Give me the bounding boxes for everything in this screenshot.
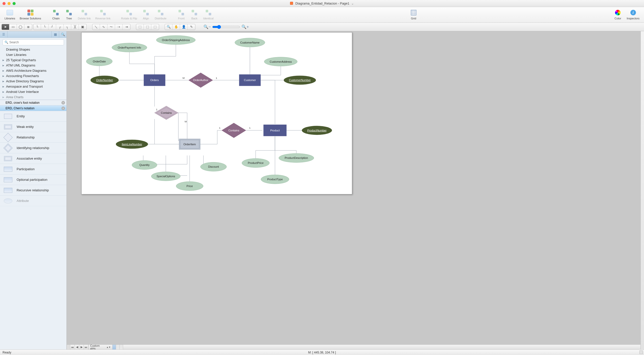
page-tab-3[interactable] <box>120 345 123 350</box>
library-tab-chen[interactable]: ERD, Chen's notation × <box>0 105 66 111</box>
tree-row[interactable]: ▶Android User Interface <box>0 89 66 94</box>
svg-text:M: M <box>185 120 187 123</box>
library-tab-crowsfoot[interactable]: ERD, crow's foot notation × <box>0 100 66 105</box>
shape-relationship[interactable]: Relationship <box>0 132 66 143</box>
right-scroll-strip[interactable] <box>640 31 644 349</box>
grid-button[interactable]: Grid <box>407 8 420 20</box>
svg-text:Contains: Contains <box>161 111 172 114</box>
group-segment: ⬚ ⬚ ⬚ <box>136 24 159 30</box>
shape-weak-entity[interactable]: Weak entity <box>0 122 66 132</box>
title-bar: Diagrama_Entidad_Relacion - Page1 ⌄ <box>0 0 644 7</box>
front-button: Front <box>175 8 188 20</box>
page[interactable]: Orders Customer Product OrderItem OrderA… <box>81 32 352 194</box>
pan-tool[interactable]: ✋ <box>172 24 180 30</box>
rect-tool[interactable]: ▭ <box>9 24 17 30</box>
window-title: Diagrama_Entidad_Relacion - Page1 ⌄ <box>0 2 644 5</box>
line-3[interactable]: ⤳ <box>108 24 115 30</box>
shape-identifying-relationship[interactable]: Identifying relationship <box>0 143 66 153</box>
line-5[interactable]: ⇥ <box>123 24 130 30</box>
prev-page-button[interactable]: ◀ <box>75 345 79 350</box>
page-nav: ⏮ ◀ ▶ ⏭ <box>70 345 88 350</box>
connector-3[interactable]: ┘ <box>49 24 56 30</box>
first-page-button[interactable]: ⏮ <box>70 345 75 350</box>
connector-7[interactable]: ▣ <box>79 24 86 30</box>
connector-6[interactable]: ╳ <box>71 24 79 30</box>
tree-row[interactable]: ▶Aerospace and Transport <box>0 84 66 89</box>
tree-row[interactable]: ▶AWS Architecture Diagrams <box>0 68 66 73</box>
back-button: Back <box>188 8 201 20</box>
shape-associative-entity[interactable]: Associative entity <box>0 153 66 164</box>
tree-row[interactable]: ▶Accounting Flowcharts <box>0 73 66 79</box>
sidebar-search: 🔍 <box>0 38 66 47</box>
chain-button[interactable]: Chain <box>50 8 62 20</box>
zoom-in-icon[interactable]: 🔍+ <box>241 24 249 29</box>
sidebar-search-icon[interactable]: 🔍 <box>59 31 66 38</box>
inspectors-button[interactable]: i Inspectors <box>625 8 641 20</box>
tree-row[interactable]: Drawing Shapes <box>0 47 66 52</box>
libraries-button[interactable]: Libraries <box>3 8 17 20</box>
svg-text:ItemLineNumber: ItemLineNumber <box>122 143 142 146</box>
tree-row[interactable]: User Libraries <box>0 52 66 57</box>
shape-entity[interactable]: Entity <box>0 111 66 122</box>
stepper-icon[interactable]: ▲▼ <box>106 346 111 348</box>
line-4[interactable]: ⇢ <box>115 24 123 30</box>
chevron-down-icon[interactable]: ⌄ <box>351 2 354 5</box>
svg-text:1: 1 <box>216 77 217 79</box>
shape-attribute[interactable]: Attribute <box>0 196 66 206</box>
zoom-tool[interactable]: 🔍 <box>165 24 172 30</box>
shape-recursive-relationship[interactable]: Recursive relationship <box>0 185 66 196</box>
browse-solutions-button[interactable]: Browse Solutions <box>18 8 43 20</box>
connector-1[interactable]: └ <box>33 24 41 30</box>
tree-row[interactable]: ▶25 Typical Orgcharts <box>0 57 66 63</box>
canvas-scroll[interactable]: Orders Customer Product OrderItem OrderA… <box>67 31 640 344</box>
document-icon <box>290 2 293 5</box>
tree-row[interactable]: ▶Area Charts <box>0 94 66 100</box>
group-1[interactable]: ⬚ <box>136 24 144 30</box>
shape-participation[interactable]: Participation <box>0 164 66 174</box>
footer-handle[interactable] <box>67 345 70 349</box>
svg-text:ProductNumber: ProductNumber <box>307 129 327 132</box>
ellipse-tool[interactable]: ◯ <box>17 24 24 30</box>
text-tool[interactable]: ≣ <box>24 24 32 30</box>
group-2[interactable]: ⬚ <box>144 24 151 30</box>
status-bar: Ready M: [ 445.38, 104.74 ] <box>0 349 644 355</box>
last-page-button[interactable]: ⏭ <box>84 345 88 350</box>
line-1[interactable]: ＼ <box>92 24 100 30</box>
pointer-tool[interactable]: ➤ <box>2 24 9 30</box>
zoom-out-icon[interactable]: 🔍− <box>203 24 211 29</box>
status-coordinates: M: [ 445.38, 104.74 ] <box>0 351 644 354</box>
pen-tool[interactable]: ✎ <box>188 24 195 30</box>
user-tool[interactable]: 👤 <box>180 24 188 30</box>
sidebar: ☰ ▦ 🔍 🔍 Drawing Shapes User Libraries ▶2… <box>0 31 67 349</box>
svg-text:ProductPrice: ProductPrice <box>248 161 264 164</box>
shape-optional-participation[interactable]: Optional participation <box>0 174 66 185</box>
group-3[interactable]: ⬚ <box>151 24 159 30</box>
tree-row[interactable]: ▶ATM UML Diagrams <box>0 63 66 68</box>
zoom-slider[interactable] <box>212 25 240 29</box>
search-input[interactable] <box>3 39 64 45</box>
color-button[interactable]: Color <box>612 8 624 20</box>
connector-segment: └ └ ┘ ┌ ┐ ╳ ▣ <box>33 24 87 30</box>
line-2[interactable]: ∿ <box>100 24 108 30</box>
svg-text:SpecialOptions: SpecialOptions <box>157 175 175 178</box>
page-tab-2[interactable] <box>116 345 120 350</box>
canvas-area: Orders Customer Product OrderItem OrderA… <box>67 31 640 349</box>
zoom-display[interactable]: Custom 49% ▲▼ <box>88 345 113 349</box>
connector-5[interactable]: ┐ <box>64 24 71 30</box>
page-tab-1[interactable] <box>113 345 116 350</box>
next-page-button[interactable]: ▶ <box>79 345 84 350</box>
svg-text:OrderDate: OrderDate <box>93 60 106 63</box>
sidebar-tree-icon[interactable]: ☰ <box>0 31 8 38</box>
resize-grip-icon[interactable] <box>639 350 643 354</box>
tree-button[interactable]: Tree <box>63 8 75 20</box>
close-icon[interactable]: × <box>61 106 65 110</box>
minimize-button[interactable] <box>8 2 11 5</box>
tree-row[interactable]: ▶Active Directory Diagrams <box>0 79 66 84</box>
connector-4[interactable]: ┌ <box>56 24 64 30</box>
search-icon: 🔍 <box>5 41 8 44</box>
sidebar-grid-icon[interactable]: ▦ <box>51 31 59 38</box>
close-icon[interactable]: × <box>61 101 65 104</box>
close-button[interactable] <box>3 2 6 5</box>
maximize-button[interactable] <box>13 2 16 5</box>
connector-2[interactable]: └ <box>41 24 49 30</box>
